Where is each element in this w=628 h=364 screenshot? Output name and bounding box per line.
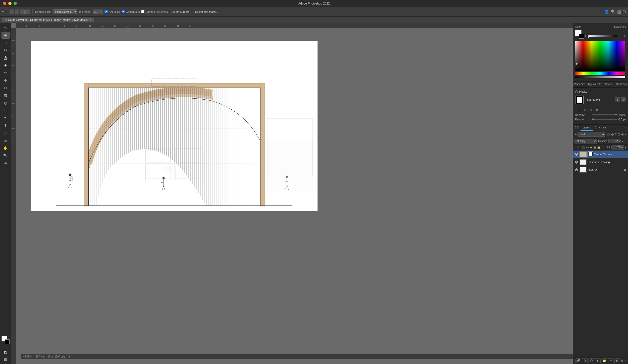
anti-alias-checkbox[interactable] [104,10,108,13]
tolerance-input[interactable] [93,10,103,14]
shape-tool[interactable]: ▭ [2,137,10,144]
svg-point-183 [576,169,577,170]
color-slider-thumb[interactable] [588,35,589,38]
add-style-btn[interactable]: fx [582,358,588,363]
color-swatches-widget[interactable] [2,336,10,344]
color-spectrum-bar[interactable] [575,72,625,75]
panel-diamond-icon[interactable]: ◇ [583,108,588,112]
path-select-tool[interactable]: ▷ [2,129,10,136]
lock-all-icon[interactable]: 🔒 [597,146,601,149]
close-button[interactable] [3,2,6,5]
tab-3d[interactable]: 3D [573,125,581,131]
tab-properties[interactable]: Properties [573,82,587,87]
tab-adjustments[interactable]: Adjustments [587,82,602,87]
color-picker-gradient[interactable] [575,41,625,71]
grid-icon[interactable]: ▦ [617,9,621,14]
sample-all-checkbox[interactable] [141,10,144,13]
background-color[interactable] [5,339,10,344]
tab-swatches[interactable]: Swatches [615,82,628,87]
tab-layers[interactable]: Layers [581,125,593,131]
move-tool[interactable]: ↖ [2,24,10,31]
mask-circle-icon[interactable]: ⊕ [615,97,620,102]
share-icon[interactable]: ⬡ [622,9,626,14]
link-layers-btn[interactable]: 🔗 [575,358,581,363]
hand-tool[interactable]: ✋ [2,144,10,152]
add-adjustment-btn[interactable]: ◐ [595,358,601,363]
color-bw-bar[interactable] [575,76,625,78]
healing-tool[interactable]: ✚ [2,62,10,69]
lock-draw-icon[interactable]: ✏ [586,146,589,149]
feather-label: Feather: [575,118,590,121]
delete-layer-btn[interactable]: 🗑 [614,358,620,363]
layer-item-elevation[interactable]: Elevation Drawing [573,158,628,166]
filter-pixel-icon[interactable]: ⬛ [606,133,610,136]
eraser-tool[interactable]: ◻ [2,84,10,91]
feather-slider-thumb[interactable] [592,118,595,120]
opacity-input[interactable] [608,139,621,143]
panel-expand-icon[interactable]: » [625,359,626,362]
layer-vis-1[interactable] [574,152,579,156]
type-tool[interactable]: T [2,122,10,129]
contiguous-checkbox[interactable] [122,10,125,13]
filter-shape-icon[interactable]: ⬡ [618,133,620,136]
filter-text-icon[interactable]: T [615,133,616,136]
tab-channels[interactable]: Channels [593,125,608,131]
tool-option-2[interactable] [15,10,19,14]
layer-vis-2[interactable] [574,160,579,164]
brush-tool[interactable]: ✏ [2,69,10,76]
fill-dropdown[interactable]: ▾ [625,146,626,149]
screen-mode[interactable]: ⊟ [2,356,10,363]
layer-vis-3[interactable] [574,168,579,172]
opacity-dropdown[interactable]: ▾ [622,139,623,143]
fill-tool[interactable]: ▨ [2,92,10,99]
marquee-tool[interactable]: ⬚ [2,39,10,46]
lock-pixels-icon[interactable]: ⬛ [582,146,585,149]
filter-smart-icon[interactable]: ⊙ [621,133,624,136]
panel-eye-icon[interactable]: 👁 [589,108,594,112]
dodge-tool[interactable]: ○ [2,107,10,114]
zoom-tool[interactable]: 🔍 [2,152,10,159]
lock-move-icon[interactable]: ✚ [590,146,592,149]
lock-artboard-icon[interactable]: ⊞ [593,146,596,149]
search-icon[interactable]: 🔍 [611,9,616,14]
layer-item-layer2[interactable]: Layer 2 🔒 [573,166,628,174]
panel-settings-icon[interactable]: ⚙ [621,359,624,362]
blend-mode-select[interactable]: Multiply [574,139,597,143]
blur-tool[interactable]: ◎ [2,99,10,106]
clone-tool[interactable]: ⊙ [2,77,10,84]
minimize-button[interactable] [8,2,12,5]
tool-option-3[interactable] [20,10,25,14]
add-layer-btn[interactable]: + [608,358,614,363]
quick-mask-tool[interactable]: ◩ [2,348,10,355]
panel-grid-icon[interactable]: ⊞ [577,108,582,112]
pen-tool[interactable]: ✒ [2,114,10,121]
lasso-tool[interactable]: ⊕ [2,32,10,39]
crop-tool[interactable]: ✂ [2,47,10,54]
more-tools[interactable]: ••• [2,160,10,167]
maximize-button[interactable] [14,2,17,5]
masks-label: Masks [579,90,587,93]
tab-styles[interactable]: Styles [602,82,615,87]
sample-size-select[interactable]: Point Sample [53,9,77,14]
density-slider-thumb[interactable] [614,113,617,115]
panel-trash-icon[interactable]: 🗑 [595,108,600,112]
fill-input[interactable] [611,145,624,150]
eyedropper-tool[interactable]: 🔬 [2,54,10,61]
tool-option-4[interactable] [25,10,30,14]
add-group-btn[interactable]: 📁 [602,358,607,363]
tab-close[interactable]: × [5,19,7,21]
fg-bg-swatches[interactable] [575,30,584,39]
mask-link-icon[interactable]: 🔗 [621,97,626,102]
tool-option-1[interactable] [10,10,14,14]
select-subject-button[interactable]: Select Subject [169,9,191,14]
layers-kind-select[interactable]: Kind [578,132,605,137]
color-k-slider[interactable] [588,35,617,37]
add-mask-btn[interactable]: ⬡ [589,358,594,363]
filter-adjust-icon[interactable]: ◐ [611,133,614,136]
background-swatch[interactable] [579,34,584,39]
swatches-label[interactable]: Swatches [614,25,626,28]
document-tab[interactable]: × South Elevation PDF.pdf @ 44.5% (Timbe… [2,17,94,22]
select-mask-button[interactable]: Select and Mask... [193,9,220,14]
layers-panel-menu[interactable]: ≡ [624,125,628,131]
layer-item-timber-texture[interactable]: Timber Texture [573,151,628,158]
